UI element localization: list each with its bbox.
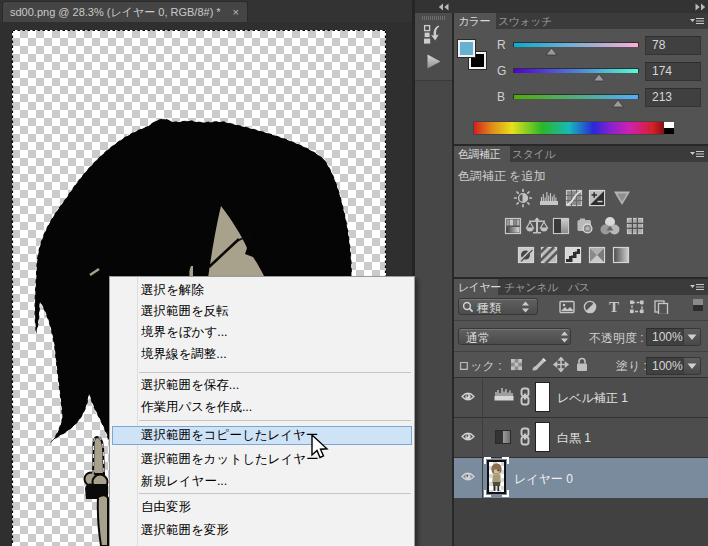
- svg-text:T: T: [609, 299, 619, 314]
